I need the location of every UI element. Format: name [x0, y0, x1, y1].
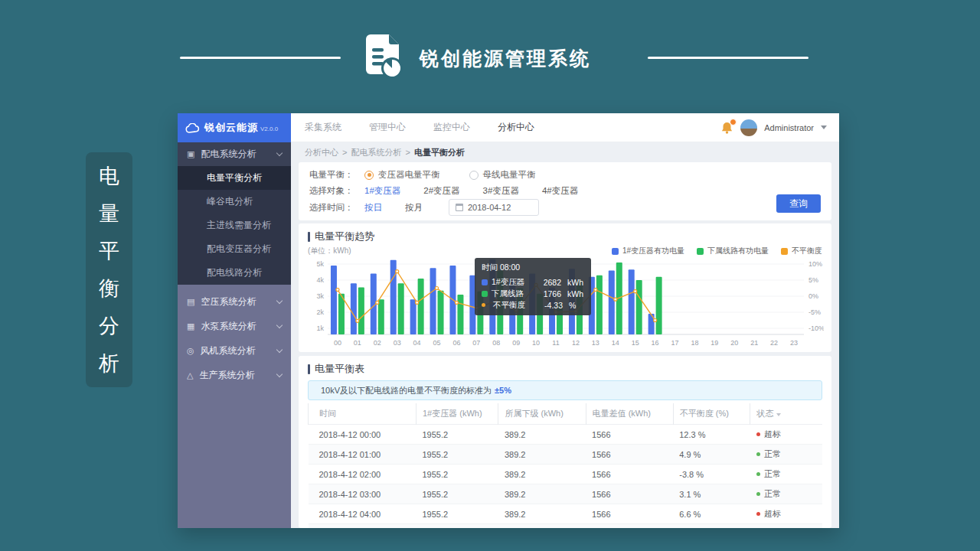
- balance-label: 电量平衡：: [309, 169, 364, 181]
- legend-item[interactable]: 不平衡度: [781, 246, 822, 256]
- cell-status: 超标: [750, 504, 822, 524]
- object-option[interactable]: 2#变压器: [423, 186, 459, 195]
- cell-difference: 1566: [586, 524, 673, 529]
- cloud-icon: [185, 123, 200, 133]
- tooltip-marker-icon: [482, 279, 488, 285]
- svg-text:11: 11: [552, 339, 559, 347]
- cell-transformer: 1955.2: [416, 445, 498, 465]
- sidebar-item[interactable]: 配电线路分析: [178, 261, 291, 285]
- balance-options: 变压器电量平衡母线电量平衡: [364, 169, 565, 181]
- status-dot: [756, 512, 760, 516]
- legend-item[interactable]: 下属线路有功电量: [697, 246, 769, 256]
- sidebar-group-power-header[interactable]: ▣ 配电系统分析: [178, 142, 291, 166]
- radio-icon: [364, 171, 374, 180]
- sidebar-groups: ▤空压系统分析▦水泵系统分析◎风机系统分析△生产系统分析: [178, 285, 291, 387]
- svg-text:10: 10: [532, 339, 540, 347]
- svg-text:08: 08: [492, 339, 500, 347]
- object-option[interactable]: 4#变压器: [542, 186, 578, 195]
- status-text: 超标: [764, 509, 781, 518]
- column-header-label: 时间: [319, 409, 336, 418]
- cell-subordinate: 389.2: [498, 504, 586, 524]
- column-header[interactable]: 时间: [309, 403, 416, 425]
- svg-text:4k: 4k: [316, 276, 324, 284]
- user-menu-caret-icon[interactable]: [821, 126, 827, 129]
- sidebar-group[interactable]: ▦水泵系统分析: [178, 314, 291, 338]
- cell-transformer: 1955.2: [416, 484, 498, 504]
- nav-item[interactable]: 分析中心: [498, 121, 534, 134]
- cell-imbalance: 3.1 %: [673, 484, 750, 504]
- column-header-label: 不平衡度 (%): [680, 409, 729, 418]
- cell-difference: 1566: [586, 504, 673, 524]
- radio-option[interactable]: 母线电量平衡: [469, 169, 536, 181]
- breadcrumb-item: 电量平衡分析: [414, 147, 465, 158]
- sidebar-item[interactable]: 主进线需量分析: [178, 214, 291, 237]
- topbar-user-cluster: Administrator: [721, 119, 827, 136]
- column-header[interactable]: 不平衡度 (%): [673, 403, 750, 425]
- tooltip-unit: kWh: [567, 289, 583, 298]
- object-option[interactable]: 3#变压器: [483, 186, 519, 195]
- tooltip-marker-icon: [482, 291, 488, 297]
- user-avatar[interactable]: [740, 119, 757, 136]
- svg-text:5k: 5k: [316, 260, 324, 268]
- notification-bell-icon[interactable]: [721, 121, 733, 134]
- svg-text:04: 04: [413, 339, 421, 347]
- radio-option-label: 母线电量平衡: [483, 169, 536, 181]
- cell-subordinate: 389.2: [498, 524, 586, 529]
- object-option[interactable]: 1#变压器: [364, 186, 400, 195]
- notification-badge: [730, 119, 737, 126]
- sidebar-item[interactable]: 配电变压器分析: [178, 237, 291, 261]
- sidebar-group[interactable]: △生产系统分析: [178, 363, 291, 387]
- column-header[interactable]: 电量差值 (kWh): [586, 403, 673, 425]
- app-window: 锐创云能源 V2.0.0 ▣ 配电系统分析 电量平衡分析峰谷电分析主进线需量分析…: [178, 113, 839, 528]
- column-header[interactable]: 所属下级 (kWh): [498, 403, 586, 425]
- nav-item[interactable]: 采集系统: [305, 121, 341, 134]
- column-header-label: 状态: [756, 409, 773, 418]
- cell-imbalance: 6.6 %: [673, 504, 750, 524]
- radio-icon: [469, 171, 479, 180]
- cell-difference: 1566: [586, 465, 673, 484]
- cell-imbalance: 0.9 %: [673, 524, 750, 529]
- cell-status: 正常: [750, 445, 822, 465]
- sidebar-group[interactable]: ▤空压系统分析: [178, 289, 291, 314]
- breadcrumb-item[interactable]: 分析中心: [305, 147, 338, 158]
- balance-table: 时间1#变压器 (kWh)所属下级 (kWh)电量差值 (kWh)不平衡度 (%…: [308, 403, 822, 528]
- balance-trend-chart[interactable]: 5k10%4k5%3k0%2k-5%1k-10%0001020304050607…: [308, 258, 822, 358]
- time-option[interactable]: 按月: [405, 203, 423, 212]
- column-header[interactable]: 状态: [750, 403, 822, 425]
- time-option[interactable]: 按日: [364, 203, 382, 212]
- sidebar-group[interactable]: ◎风机系统分析: [178, 338, 291, 363]
- svg-text:-10%: -10%: [808, 324, 824, 332]
- breadcrumb-item[interactable]: 配电系统分析: [351, 147, 401, 158]
- sidebar-item[interactable]: 电量平衡分析: [178, 166, 291, 190]
- status-dot: [756, 452, 760, 456]
- cell-subordinate: 389.2: [498, 465, 586, 484]
- cell-difference: 1566: [586, 445, 673, 465]
- legend-label: 下属线路有功电量: [707, 246, 769, 256]
- tooltip-title: 时间 08:00: [482, 262, 584, 273]
- svg-text:0%: 0%: [808, 292, 818, 300]
- svg-text:15: 15: [632, 339, 639, 347]
- sidebar-item[interactable]: 峰谷电分析: [178, 190, 291, 214]
- time-options: 按日按月: [364, 202, 446, 214]
- date-picker[interactable]: 2018-04-12: [449, 199, 539, 216]
- table-panel: 电量平衡表 10kV及以下配电线路的电量不平衡度的标准为 ±5% 时间1#变压器…: [299, 356, 831, 528]
- column-header[interactable]: 1#变压器 (kWh): [416, 403, 498, 425]
- app-logo-name: 锐创云能源: [204, 121, 258, 135]
- sidebar-group-label: 空压系统分析: [201, 295, 256, 308]
- username[interactable]: Administrator: [764, 123, 814, 132]
- svg-text:14: 14: [612, 339, 619, 347]
- filter-caret-icon[interactable]: [776, 413, 781, 416]
- status-text: 超标: [764, 429, 781, 439]
- svg-text:02: 02: [374, 339, 381, 347]
- column-header-label: 1#变压器 (kWh): [423, 409, 482, 418]
- chevron-down-icon: [276, 321, 283, 328]
- nav-item[interactable]: 监控中心: [433, 121, 470, 134]
- radio-option[interactable]: 变压器电量平衡: [364, 169, 440, 181]
- query-button[interactable]: 查询: [776, 194, 821, 213]
- cell-status: 正常: [750, 465, 822, 484]
- legend-item[interactable]: 1#变压器有功电量: [612, 246, 684, 256]
- tooltip-marker-icon: [482, 303, 485, 307]
- notice-text: 10kV及以下配电线路的电量不平衡度的标准为: [321, 385, 492, 396]
- app-logo[interactable]: 锐创云能源 V2.0.0: [178, 113, 291, 142]
- nav-item[interactable]: 管理中心: [369, 121, 406, 134]
